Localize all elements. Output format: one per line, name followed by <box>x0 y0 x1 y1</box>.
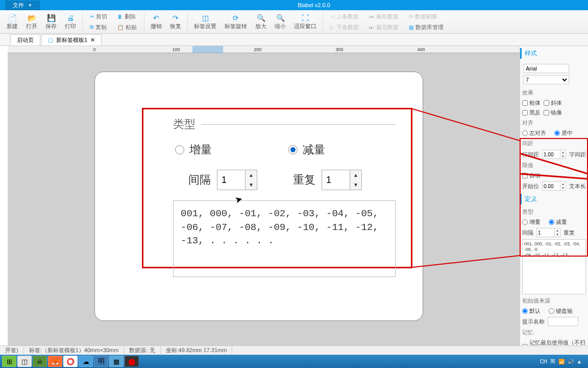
file-menu[interactable]: 文件 ▼ <box>5 1 40 10</box>
effect-label: 效果 <box>520 87 588 98</box>
spacing-label: 间距 <box>520 138 588 149</box>
chevron-up-icon[interactable]: ▲ <box>246 170 257 180</box>
tab-template[interactable]: ▢ 新标签模板1 ✕ <box>41 34 102 45</box>
delete-button[interactable]: 🗑删除 <box>114 12 140 21</box>
main-toolbar: 📄新建 📂打开 💾保存 🖨打印 ✂剪切 ⧉复制 🗑删除 📋粘贴 ↶撤销 ↷恢复 … <box>0 10 588 34</box>
undo-icon: ↶ <box>152 13 161 22</box>
limit-label: 限值 <box>520 160 588 171</box>
triangle-left-icon: ◁ <box>330 14 334 19</box>
record-icon[interactable]: ⬤ <box>125 356 139 367</box>
start-button[interactable]: ⊞ <box>2 356 16 367</box>
label-rotate-button[interactable]: ⟳标签旋转 <box>220 12 251 31</box>
chevron-up-icon[interactable]: ▲ <box>577 359 582 364</box>
page-icon: ▢ <box>48 37 53 43</box>
start-pos-stepper[interactable]: ▲▼ <box>542 181 566 191</box>
repeat-input[interactable] <box>322 170 350 190</box>
tab-start[interactable]: 启动页 <box>10 34 40 45</box>
file-icon: 📄 <box>8 13 17 22</box>
taskbar-item[interactable]: ☠ <box>33 356 47 367</box>
taskbar-item[interactable]: ▦ <box>109 356 124 367</box>
taskbar: ⊞ ◫ ☠ 🦊 ⭕ ☁ 明 ▦ ⬤ CH 简 📶 🔊 ▲ <box>0 355 588 368</box>
triangle-right-icon: ▷ <box>330 25 334 30</box>
decrement-radio[interactable]: 减量 <box>288 142 325 157</box>
sequence-preview: 001, 000, -01, -02, -03, -04, -05, -06, … <box>173 200 396 277</box>
skip-first-icon: ⏮ <box>369 14 374 19</box>
prev-record-button[interactable]: ◁上条数据 <box>327 12 362 21</box>
chevron-down-icon[interactable]: ▼ <box>246 180 257 190</box>
redo-button[interactable]: ↷恢复 <box>166 12 185 31</box>
interval-input[interactable] <box>217 170 245 190</box>
redo-icon: ↷ <box>171 13 180 22</box>
printer-icon: 🖨 <box>66 13 75 22</box>
mirror-check[interactable]: 镜像 <box>544 109 562 117</box>
section-title: 类型 <box>173 117 195 132</box>
db-manager-button[interactable]: ▤数据库管理 <box>406 22 447 32</box>
taskbar-item[interactable]: 明 <box>94 356 108 367</box>
next-record-button[interactable]: ▷下条数据 <box>327 22 362 32</box>
print-button[interactable]: 🖨打印 <box>61 12 80 31</box>
paste-button[interactable]: 📋粘贴 <box>114 22 140 32</box>
trash-icon: 🗑 <box>117 14 122 19</box>
undo-button[interactable]: ↶撤销 <box>146 12 166 31</box>
fit-window-button[interactable]: ⛶适应窗口 <box>290 12 321 31</box>
close-icon[interactable]: ✕ <box>90 37 95 43</box>
style-header: 样式 <box>520 48 588 59</box>
size-select[interactable]: 7 <box>523 75 569 84</box>
default-radio[interactable]: 默认 <box>522 307 541 315</box>
type-dialog: 类型 增量 减量 间隔 ▲▼ 重复 ▲▼ 001, 000, <box>142 108 412 268</box>
first-record-button[interactable]: ⏮最前数据 <box>366 12 402 21</box>
align-center-radio[interactable]: 居中 <box>554 129 573 137</box>
clipboard-icon: 📋 <box>117 25 124 30</box>
hint-input[interactable] <box>548 317 578 326</box>
zoom-in-button[interactable]: 🔍放大 <box>251 12 271 31</box>
last-record-button[interactable]: ⏭最后数据 <box>366 22 402 32</box>
init-src-label: 初始值来源 <box>520 295 588 306</box>
copy-button[interactable]: ⧉复制 <box>87 22 110 32</box>
interval-stepper[interactable]: ▲▼ <box>217 170 257 190</box>
properties-panel: 样式 7 效果 粗体 斜体 黑反 镜像 对齐 左对齐 居中 间距 行间距 ▲▼ … <box>520 46 588 353</box>
define-header: 定义 <box>520 194 588 204</box>
auto-check[interactable]: 自动 <box>522 172 541 179</box>
sb-interval-stepper[interactable]: ▲▼ <box>536 228 560 237</box>
fit-icon: ⛶ <box>301 13 310 22</box>
italic-check[interactable]: 斜体 <box>544 99 562 107</box>
scissors-icon: ✂ <box>90 14 94 19</box>
zoom-out-button[interactable]: 🔍缩小 <box>271 12 290 31</box>
save-button[interactable]: 💾保存 <box>41 12 61 31</box>
line-spacing-stepper[interactable]: ▲▼ <box>542 150 566 159</box>
open-button[interactable]: 📂打开 <box>22 12 41 31</box>
increment-radio[interactable]: 增量 <box>175 142 212 157</box>
font-select[interactable] <box>523 64 569 73</box>
repeat-stepper[interactable]: ▲▼ <box>322 170 362 190</box>
align-left-radio[interactable]: 左对齐 <box>522 129 546 137</box>
ruler-horizontal: 0 100 200 300 400 <box>8 46 520 53</box>
network-icon: 📶 <box>558 359 565 364</box>
chevron-up-icon[interactable]: ▲ <box>350 170 361 180</box>
chevron-down-icon[interactable]: ▼ <box>350 180 361 190</box>
sb-inc-radio[interactable]: 增量 <box>522 218 541 226</box>
system-tray[interactable]: CH 简 📶 🔊 ▲ <box>540 358 586 365</box>
label-settings-button[interactable]: ◫标签设置 <box>190 12 220 31</box>
new-button[interactable]: 📄新建 <box>3 12 22 31</box>
firefox-icon[interactable]: 🦊 <box>48 356 62 367</box>
taskbar-item[interactable]: ☁ <box>79 356 93 367</box>
bold-check[interactable]: 粗体 <box>522 99 541 107</box>
keyboard-radio[interactable]: 键盘输 <box>549 307 573 315</box>
cut-button[interactable]: ✂剪切 <box>87 12 110 21</box>
sb-dec-radio[interactable]: 减量 <box>549 218 567 226</box>
refresh-data-button[interactable]: ⟳数据刷新 <box>406 12 447 21</box>
document-tabs: 启动页 ▢ 新标签模板1 ✕ <box>0 34 588 46</box>
type-label: 类型 <box>520 206 588 217</box>
folder-icon: 📂 <box>27 13 36 22</box>
zoom-out-icon: 🔍 <box>276 13 285 22</box>
database-icon: ▤ <box>409 25 413 30</box>
volume-icon: 🔊 <box>568 359 574 364</box>
chrome-icon[interactable]: ⭕ <box>63 356 78 367</box>
copy-icon: ⧉ <box>90 24 93 30</box>
dropdown-icon: ▼ <box>28 3 32 8</box>
taskbar-item[interactable]: ◫ <box>17 356 32 367</box>
disk-icon: 💾 <box>46 13 56 22</box>
status-data: 数据源: 无 <box>124 347 160 354</box>
status-bar: 开签) 标签:（新标签模板1）40mm×30mm 数据源: 无 坐标:49.82… <box>0 346 588 355</box>
invert-check[interactable]: 黑反 <box>522 109 541 117</box>
